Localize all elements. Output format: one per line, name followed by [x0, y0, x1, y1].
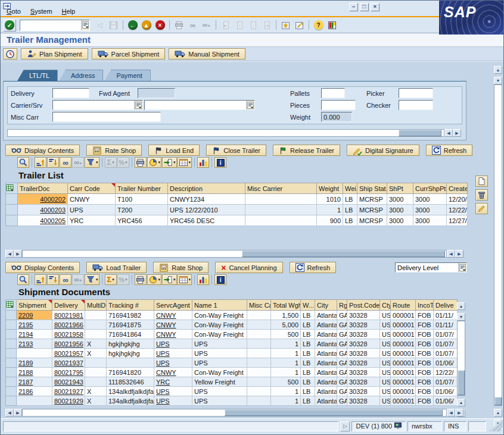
column-header-multi[interactable]: MultiDeliv [85, 300, 107, 311]
info-icon[interactable]: i [214, 274, 226, 285]
graphic-icon[interactable] [197, 274, 209, 285]
enter-button[interactable]: ✓ [3, 19, 16, 32]
column-header-track[interactable]: Tracking # [107, 300, 154, 311]
row-selector[interactable] [6, 330, 17, 339]
shipment-rate-shop-button[interactable]: Rate Shop [153, 262, 209, 273]
sort-descending-icon[interactable] [47, 274, 59, 285]
row-selector[interactable] [6, 311, 17, 320]
carrier-service-matchcode-icon[interactable] [246, 101, 254, 109]
customize-icon[interactable] [326, 19, 338, 32]
export-icon[interactable]: ▾ [162, 157, 177, 168]
scroll-right-icon[interactable]: ▶ [455, 250, 463, 258]
misc-carr-input[interactable] [52, 112, 161, 122]
minimize-button[interactable]: – [349, 3, 358, 11]
column-header-misc[interactable]: Misc Carrier [245, 183, 317, 194]
cell-dlv[interactable]: 80021795 [52, 368, 85, 377]
row-selector[interactable] [6, 194, 18, 205]
column-header-doc[interactable]: TrailerDoc [18, 183, 68, 194]
cell-dlv[interactable]: 80021937 [52, 358, 85, 368]
hscroll-thumb[interactable] [399, 130, 441, 136]
trailer-load-end-button[interactable]: Load End [148, 145, 200, 156]
total-icon[interactable]: Σ▾ [105, 274, 117, 285]
column-header-inco[interactable]: IncoT [416, 300, 434, 311]
cancel-circle-icon[interactable]: × [154, 19, 166, 32]
scroll-left-icon[interactable]: ◀ [5, 250, 14, 258]
delivery-level-input[interactable] [396, 263, 458, 272]
cell-dlv[interactable]: 80021966 [52, 320, 85, 330]
help-icon[interactable]: ? [312, 19, 325, 32]
app-parcel-shipment-button[interactable]: Parcel Shipment [92, 48, 166, 60]
column-header-carr[interactable]: Carr Code [68, 183, 116, 194]
app-plan-shipment-button[interactable]: Plan Shipment [21, 48, 88, 60]
column-header-num[interactable]: Trailer Number [116, 183, 168, 194]
scroll-right-icon[interactable]: ▶ [14, 409, 22, 417]
scroll-left-icon[interactable]: ◀ [447, 250, 455, 258]
cell-ship[interactable]: 2188 [17, 368, 52, 377]
column-header-shpt[interactable]: ShPt [387, 183, 413, 194]
shortcut-icon[interactable] [293, 19, 306, 32]
views-icon[interactable]: ▾ [147, 274, 162, 285]
menu-help[interactable]: Help [62, 8, 76, 15]
tab-address[interactable]: Address [59, 70, 103, 81]
checker-input[interactable] [399, 100, 433, 110]
sort-ascending-icon[interactable] [35, 274, 46, 285]
filter-icon[interactable]: ▾ [85, 274, 99, 285]
column-header-desc[interactable]: Description [168, 183, 245, 194]
scroll-left-icon[interactable]: ◀ [447, 409, 455, 417]
trailer-close-trailer-button[interactable]: Close Trailer [206, 145, 266, 156]
pieces-input[interactable] [321, 100, 356, 110]
cell-doc[interactable]: 4000202 [18, 194, 68, 205]
vscroll-thumb[interactable] [494, 397, 502, 405]
column-header-rg[interactable]: Rg [337, 300, 347, 311]
menu-system[interactable]: System [30, 8, 52, 15]
row-selector[interactable] [6, 205, 18, 215]
column-header-created[interactable]: Create [447, 183, 468, 194]
carrier-input[interactable] [53, 101, 134, 109]
scroll-up-icon[interactable]: ▲ [457, 399, 465, 406]
maximize-button[interactable]: □ [360, 3, 369, 11]
column-header-wgt[interactable]: Total Wght [271, 300, 301, 311]
shipment-load-trailer-button[interactable]: Load Trailer [86, 262, 147, 273]
cell-dlv[interactable]: 80021957 [52, 349, 85, 358]
layout-icon[interactable]: ▾ [178, 157, 192, 168]
cell-ship[interactable]: 2189 [17, 358, 52, 368]
exit-circle-icon[interactable]: ▲ [140, 19, 153, 32]
cell-doc[interactable]: 4000203 [18, 205, 68, 215]
cell-agent[interactable]: UPS [154, 387, 192, 396]
cell-dlv[interactable]: 80021958 [52, 330, 85, 339]
app-clock-button[interactable] [3, 48, 17, 60]
row-selector[interactable] [6, 215, 18, 226]
detail-magnifier-icon[interactable] [17, 157, 29, 168]
cell-ship[interactable]: 2194 [17, 330, 52, 339]
trailer-rate-shop-button[interactable]: Rate Shop [86, 145, 142, 156]
column-header-ship[interactable]: Shipment [17, 300, 52, 311]
print-icon[interactable] [135, 274, 147, 285]
hscroll-track[interactable] [22, 250, 447, 258]
hscroll-track[interactable] [22, 409, 447, 417]
scroll-down-icon[interactable]: ▼ [457, 313, 465, 321]
trailer-digital-signature-button[interactable]: Digital Signature [347, 145, 419, 156]
edit-row-button[interactable] [475, 203, 488, 214]
cell-ship[interactable]: 2195 [17, 320, 52, 330]
scroll-right-icon[interactable]: ▶ [14, 250, 22, 258]
hscroll-thumb[interactable] [225, 409, 443, 416]
sort-descending-icon[interactable] [47, 157, 59, 168]
hscroll-thumb[interactable] [242, 251, 445, 257]
scroll-up-icon[interactable]: ▲ [494, 66, 502, 74]
app-manual-shipment-button[interactable]: Manual Shipment [169, 48, 245, 60]
carrier-matchcode-icon[interactable] [134, 101, 142, 109]
cell-ship[interactable]: 2209 [17, 311, 52, 320]
scroll-up-icon[interactable]: ▲ [494, 409, 502, 417]
command-matchcode-icon[interactable] [81, 20, 89, 30]
trailer-refresh-button[interactable]: Refresh [426, 145, 473, 156]
vscroll-track[interactable] [494, 85, 502, 406]
vscroll-track[interactable] [457, 321, 465, 396]
cell-agent[interactable]: CNWY [154, 368, 192, 377]
column-header-agent[interactable]: ServcAgent [154, 300, 192, 311]
delete-row-button[interactable] [475, 189, 488, 201]
cell-dlv[interactable]: 80021943 [52, 377, 85, 387]
column-header-curr[interactable]: CurrShpPt [413, 183, 447, 194]
detail-magnifier-icon[interactable] [17, 274, 29, 285]
column-header-stat[interactable]: Ship Stat. [357, 183, 387, 194]
cell-agent[interactable]: UPS [154, 339, 192, 349]
